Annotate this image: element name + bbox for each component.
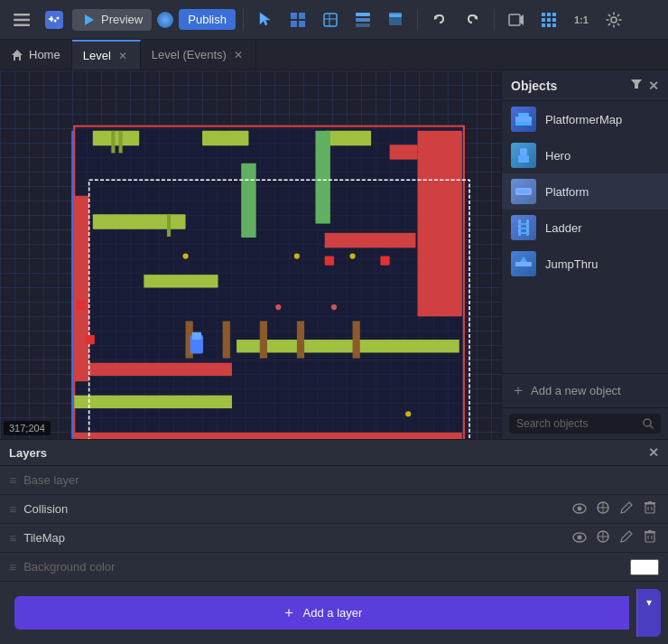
svg-point-73	[405, 411, 411, 416]
layer-row-bgcolor[interactable]: ≡ Background color	[0, 553, 668, 582]
layers-icon[interactable]	[381, 5, 410, 34]
game-icon[interactable]	[40, 5, 69, 34]
layers-panel: Layers ✕ ≡ Base layer ≡ Collision	[0, 439, 668, 644]
level-canvas[interactable]	[0, 70, 501, 439]
layer-row-base[interactable]: ≡ Base layer	[0, 466, 668, 495]
svg-rect-81	[518, 113, 529, 117]
publish-label: Publish	[188, 13, 227, 26]
svg-rect-22	[389, 16, 402, 25]
visibility-icon[interactable]	[571, 502, 589, 517]
delete-layer-icon[interactable]	[641, 501, 659, 517]
svg-rect-18	[356, 18, 370, 22]
tab-level[interactable]: Level ✕	[72, 40, 141, 70]
svg-rect-111	[645, 533, 654, 542]
svg-rect-92	[515, 262, 532, 266]
preview-label: Preview	[101, 13, 143, 26]
edit-layer-icon-2[interactable]	[617, 530, 636, 546]
tab-level-events-label: Level (Events)	[152, 48, 227, 61]
close-panel-icon[interactable]: ✕	[648, 79, 659, 93]
tab-home[interactable]: Home	[0, 40, 72, 70]
select-icon[interactable]	[251, 5, 280, 34]
separator-1	[243, 9, 244, 31]
svg-rect-14	[324, 14, 337, 26]
svg-rect-89	[518, 223, 529, 225]
delete-layer-icon-2[interactable]	[641, 530, 659, 546]
layer-drag-handle: ≡	[9, 473, 16, 488]
svg-point-69	[349, 253, 355, 258]
redo-icon[interactable]	[458, 5, 487, 34]
svg-marker-8	[85, 14, 94, 25]
layer-row-tilemap[interactable]: ≡ TileMap	[0, 524, 668, 553]
canvas-area[interactable]: 317;204	[0, 70, 501, 439]
close-layers-icon[interactable]: ✕	[648, 445, 659, 460]
svg-rect-84	[518, 155, 529, 163]
tab-level-events[interactable]: Level (Events) ✕	[141, 40, 256, 70]
svg-rect-76	[325, 257, 334, 266]
edit-icon[interactable]	[316, 5, 345, 34]
jumpthru-label: JumpThru	[545, 257, 598, 271]
layout-icon[interactable]	[348, 5, 377, 34]
svg-rect-1	[14, 18, 30, 21]
add-layer-area: ＋ Add a layer ▾	[7, 589, 661, 637]
svg-rect-25	[509, 14, 520, 25]
settings-icon[interactable]	[599, 5, 628, 34]
svg-point-7	[54, 19, 57, 22]
collision-layer-name: Collision	[23, 502, 563, 516]
svg-rect-38	[93, 131, 139, 145]
svg-rect-55	[74, 396, 232, 408]
add-layer-dropdown[interactable]: ▾	[636, 589, 661, 637]
tab-level-events-close[interactable]: ✕	[232, 47, 245, 63]
svg-rect-53	[237, 340, 459, 352]
bgcolor-layer-name: Background color	[23, 560, 623, 574]
svg-rect-5	[51, 16, 52, 22]
preview-button[interactable]: Preview	[72, 9, 152, 31]
menu-icon[interactable]	[7, 5, 36, 34]
search-objects-input[interactable]	[516, 417, 637, 430]
object-item-platform[interactable]: Platform	[502, 173, 668, 210]
effects-icon[interactable]	[594, 500, 612, 518]
svg-rect-115	[648, 530, 652, 532]
search-input-wrapper	[509, 414, 661, 434]
tile-icon[interactable]	[283, 5, 312, 34]
tab-level-close[interactable]: ✕	[116, 48, 129, 64]
edit-layer-icon[interactable]	[617, 501, 636, 517]
effects-icon-2[interactable]	[594, 529, 612, 546]
platform-label: Platform	[545, 185, 589, 199]
object-item-platformermap[interactable]: PlatformerMap	[502, 101, 668, 137]
layers-title: Layers	[9, 446, 47, 460]
svg-point-70	[182, 253, 188, 258]
home-icon	[11, 49, 23, 61]
svg-point-97	[578, 506, 582, 510]
add-object-row[interactable]: ＋ Add a new object	[502, 373, 668, 407]
object-item-hero[interactable]: Hero	[502, 137, 668, 173]
zoom-reset-icon[interactable]: 1:1	[567, 5, 596, 34]
tab-home-label: Home	[29, 48, 60, 61]
object-item-ladder[interactable]: Ladder	[502, 210, 668, 246]
filter-icon[interactable]	[630, 78, 643, 93]
svg-rect-30	[542, 18, 545, 22]
add-layer-button[interactable]: ＋ Add a layer	[14, 596, 629, 630]
visibility-icon-2[interactable]	[571, 531, 589, 546]
toolbar: Preview Publish	[0, 0, 668, 40]
object-item-jumpthru[interactable]: JumpThru	[502, 246, 668, 282]
main-content: 317;204 Objects ✕	[0, 70, 668, 439]
layer-drag-handle-3: ≡	[9, 531, 16, 546]
svg-rect-21	[389, 13, 402, 15]
grid-icon[interactable]	[534, 5, 563, 34]
layer-drag-handle-4: ≡	[9, 560, 16, 574]
svg-rect-35	[552, 23, 556, 27]
bgcolor-swatch[interactable]	[630, 559, 659, 575]
svg-rect-101	[645, 504, 654, 513]
video-icon[interactable]	[502, 5, 531, 34]
svg-marker-93	[520, 257, 527, 262]
svg-rect-90	[518, 228, 529, 229]
svg-rect-39	[111, 131, 115, 154]
layer-row-collision[interactable]: ≡ Collision	[0, 495, 668, 524]
undo-icon[interactable]	[425, 5, 454, 34]
publish-button[interactable]: Publish	[179, 9, 236, 30]
svg-rect-48	[241, 163, 255, 238]
objects-panel-title: Objects	[511, 79, 557, 93]
tilemap-layer-name: TileMap	[23, 531, 563, 545]
svg-rect-49	[315, 131, 329, 224]
globe-icon	[157, 12, 173, 28]
